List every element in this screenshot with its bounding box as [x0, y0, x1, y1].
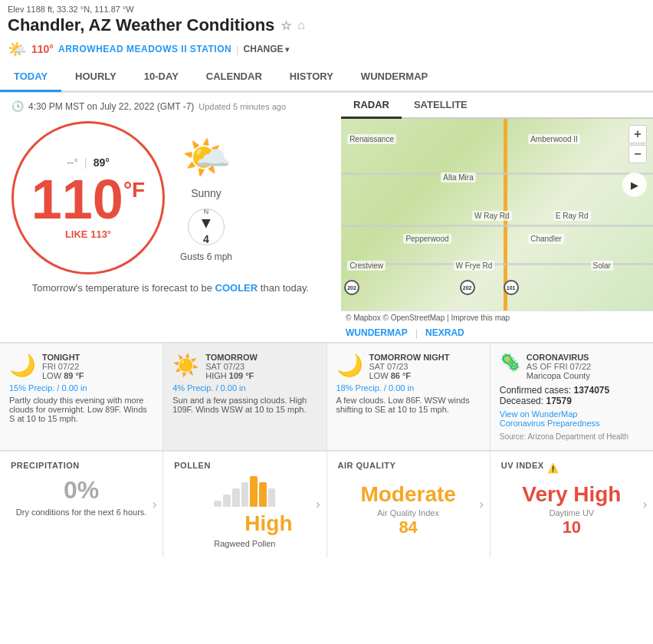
uv-alert-icon: ⚠️ — [547, 463, 559, 474]
pollen-chevron-icon[interactable]: › — [316, 498, 320, 511]
cooler-label: COOLER — [215, 282, 258, 294]
map-attribution: © Mapbox © OpenStreetMap | Improve this … — [341, 310, 653, 324]
precipitation-value: 0% — [11, 476, 152, 504]
fc-tomorrow-night-temp-label: LOW 86 °F — [369, 371, 450, 380]
pollen-card: POLLEN High Ragweed Pollen › — [163, 452, 326, 557]
change-button[interactable]: CHANGE ▾ — [244, 44, 289, 54]
corona-preparedness-link[interactable]: Coronavirus Preparedness — [500, 419, 644, 428]
corona-wundermap-link[interactable]: View on WunderMap — [500, 409, 644, 419]
precipitation-desc: Dry conditions for the next 6 hours. — [11, 508, 152, 517]
precipitation-title: PRECIPITATION — [11, 461, 152, 470]
fc-tomorrow-header: ☀️ TOMORROW SAT 07/23 HIGH 109 °F — [172, 353, 317, 380]
tab-wundermap[interactable]: WUNDERMAP — [347, 63, 441, 92]
gusts-text: Gusts 6 mph — [180, 251, 232, 262]
fc-tomorrow-night-header: 🌙 TOMORROW NIGHT SAT 07/23 LOW 86 °F — [336, 353, 481, 380]
map-label-amberwood: Amberwood II — [528, 134, 580, 144]
uv-index-chevron-icon[interactable]: › — [643, 498, 647, 511]
main-temperature: 110 — [31, 172, 123, 227]
star-icon[interactable]: ☆ — [281, 18, 291, 33]
corona-title: CORONAVIRUS — [527, 353, 591, 362]
pollen-bar-3 — [232, 488, 240, 507]
map-tab-satellite[interactable]: SATELLITE — [402, 93, 480, 119]
fc-tomorrow-temp-label: HIGH 109 °F — [205, 371, 258, 380]
temp-high: --° — [67, 156, 78, 169]
compass-north-label: N — [204, 208, 209, 215]
tab-calendar[interactable]: CALENDAR — [192, 63, 276, 92]
road-h2 — [341, 225, 653, 227]
pollen-value: High — [174, 511, 292, 536]
temp-hi-lo: --° | 89° — [67, 156, 110, 169]
highway-101-badge: 101 — [504, 280, 519, 295]
city-name: Chandler, AZ Weather Conditions — [8, 15, 274, 35]
tab-10day[interactable]: 10-DAY — [130, 63, 192, 92]
weather-display: --° | 89° 110 °F LIKE 113° 🌤️ Sunny — [11, 121, 330, 274]
updated-text: Updated 5 minutes ago — [199, 102, 286, 111]
fc-tonight-info: TONIGHT FRI 07/22 LOW 89 °F — [42, 353, 84, 380]
compass-arrow-icon: ▲ — [199, 215, 214, 233]
compass-circle: N ▲ 4 — [188, 209, 225, 245]
pipe-divider: | — [236, 44, 238, 55]
forecast-cards-row: 🌙 TONIGHT FRI 07/22 LOW 89 °F 15% Precip… — [0, 343, 653, 450]
precipitation-chevron-icon[interactable]: › — [153, 498, 156, 511]
feels-like-value: 113° — [90, 228, 111, 240]
weather-condition-text: Sunny — [191, 187, 221, 199]
tab-today[interactable]: TODAY — [0, 63, 61, 92]
pollen-bar-2 — [223, 495, 231, 507]
tab-history[interactable]: HISTORY — [276, 63, 347, 92]
fc-tomorrow-period: TOMORROW — [205, 353, 258, 362]
corona-info: CORONAVIRUS AS OF FRI 07/22 Maricopa Cou… — [527, 353, 591, 380]
map-play-button[interactable]: ▶ — [622, 172, 647, 197]
nexrad-link[interactable]: NEXRAD — [425, 327, 464, 339]
zoom-out-button[interactable]: − — [628, 145, 647, 163]
station-name[interactable]: ARROWHEAD MEADOWS II STATION — [58, 44, 231, 54]
map-tab-radar[interactable]: RADAR — [341, 93, 402, 119]
fc-tonight-precip[interactable]: 15% Precip. / 0.00 in — [9, 383, 153, 393]
forecast-text-1: Tomorrow's temperature is forecast to be — [32, 282, 212, 294]
fc-tonight-icon: 🌙 — [9, 353, 36, 378]
tab-hourly[interactable]: HOURLY — [61, 63, 130, 92]
highway-202-badge: 202 — [344, 280, 359, 295]
air-quality-value: Moderate — [338, 482, 479, 507]
map-tabs: RADAR SATELLITE — [341, 93, 653, 119]
uv-index-value: Very High — [501, 482, 642, 507]
fc-tomorrow-desc: Sun and a few passing clouds. High 109F.… — [172, 396, 317, 414]
map-panel: RADAR SATELLITE 202 202 101 Renaissance … — [341, 93, 653, 342]
air-quality-title-row: AIR QUALITY — [338, 461, 479, 476]
pollen-bar-4 — [241, 482, 249, 507]
like-label: LIKE — [65, 228, 88, 240]
fc-tonight-temp-label: LOW 89 °F — [42, 371, 84, 380]
bottom-cards: PRECIPITATION 0% Dry conditions for the … — [0, 451, 653, 557]
uv-index-title: UV INDEX — [501, 461, 544, 470]
zoom-in-button[interactable]: + — [628, 125, 647, 143]
fc-tonight-desc: Partly cloudy this evening with more clo… — [9, 396, 153, 423]
map-label-wfryerd: W Frye Rd — [454, 261, 495, 271]
road-h1 — [341, 172, 653, 175]
corona-date: AS OF FRI 07/22 — [527, 362, 591, 371]
map-label-renaissance: Renaissance — [347, 134, 396, 144]
nav-tabs: TODAY HOURLY 10-DAY CALENDAR HISTORY WUN… — [0, 63, 653, 92]
temp-unit: °F — [123, 179, 145, 201]
home-icon[interactable]: ⌂ — [297, 18, 305, 32]
pollen-bar-5 — [250, 476, 258, 507]
map-label-crestview: Crestview — [347, 261, 386, 271]
station-temp-badge: 110° — [31, 43, 54, 55]
main-content: 🕓 4:30 PM MST on July 22, 2022 (GMT -7) … — [0, 93, 653, 342]
wundermap-link[interactable]: WUNDERMAP — [346, 327, 408, 339]
wind-compass: N ▲ 4 — [188, 209, 225, 245]
fc-tomorrow-night-desc: A few clouds. Low 86F. WSW winds shiftin… — [336, 396, 481, 414]
weather-condition-icon: 🌤️ — [182, 134, 231, 181]
station-bar: 🌤️ 110° ARROWHEAD MEADOWS II STATION | C… — [8, 37, 645, 61]
pollen-title: POLLEN — [174, 461, 315, 470]
header: Elev 1188 ft, 33.32 °N, 111.87 °W Chandl… — [0, 0, 653, 63]
map-zoom-controls: + − — [628, 125, 647, 163]
highway-202-badge-2: 202 — [460, 280, 475, 295]
air-quality-chevron-icon[interactable]: › — [479, 498, 483, 511]
map-label-solar: Solar — [591, 261, 613, 271]
fc-tomorrow-night-precip[interactable]: 18% Precip. / 0.00 in — [336, 383, 481, 393]
fc-tomorrow-night-period: TOMORROW NIGHT — [369, 353, 450, 362]
elevation-info: Elev 1188 ft, 33.32 °N, 111.87 °W — [8, 5, 645, 14]
uv-index-number: 10 — [501, 518, 642, 537]
timestamp-row: 🕓 4:30 PM MST on July 22, 2022 (GMT -7) … — [11, 100, 330, 112]
fc-tomorrow-precip[interactable]: 4% Precip. / 0.00 in — [172, 383, 317, 393]
pollen-bar-1 — [214, 501, 221, 507]
